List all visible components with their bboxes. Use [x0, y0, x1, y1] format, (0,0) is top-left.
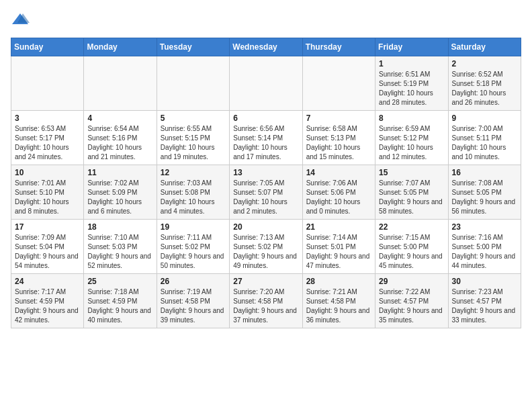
- day-info: Sunrise: 6:58 AM Sunset: 5:13 PM Dayligh…: [306, 124, 371, 162]
- calendar-cell: 27Sunrise: 7:20 AM Sunset: 4:58 PM Dayli…: [230, 274, 302, 328]
- day-info: Sunrise: 7:21 AM Sunset: 4:58 PM Dayligh…: [306, 287, 371, 325]
- day-info: Sunrise: 7:16 AM Sunset: 5:00 PM Dayligh…: [452, 233, 517, 271]
- day-number: 28: [306, 277, 371, 286]
- day-number: 20: [233, 222, 298, 232]
- day-number: 23: [452, 222, 517, 232]
- calendar-cell: 1Sunrise: 6:51 AM Sunset: 5:19 PM Daylig…: [375, 56, 448, 111]
- calendar-cell: 4Sunrise: 6:54 AM Sunset: 5:16 PM Daylig…: [84, 111, 157, 165]
- weekday-header-tuesday: Tuesday: [157, 38, 229, 56]
- day-info: Sunrise: 7:00 AM Sunset: 5:11 PM Dayligh…: [452, 124, 517, 162]
- calendar-cell: 29Sunrise: 7:22 AM Sunset: 4:57 PM Dayli…: [375, 274, 448, 328]
- day-info: Sunrise: 7:07 AM Sunset: 5:05 PM Dayligh…: [379, 179, 444, 216]
- day-info: Sunrise: 7:23 AM Sunset: 4:57 PM Dayligh…: [452, 287, 517, 325]
- day-info: Sunrise: 6:59 AM Sunset: 5:12 PM Dayligh…: [379, 124, 444, 162]
- calendar-cell: 24Sunrise: 7:17 AM Sunset: 4:59 PM Dayli…: [11, 274, 84, 328]
- day-info: Sunrise: 7:06 AM Sunset: 5:06 PM Dayligh…: [306, 179, 371, 216]
- calendar-week-2: 3Sunrise: 6:53 AM Sunset: 5:17 PM Daylig…: [11, 111, 521, 165]
- day-number: 6: [233, 113, 298, 123]
- calendar-cell: 20Sunrise: 7:13 AM Sunset: 5:02 PM Dayli…: [230, 220, 302, 274]
- day-info: Sunrise: 7:11 AM Sunset: 5:02 PM Dayligh…: [161, 233, 226, 271]
- day-info: Sunrise: 7:17 AM Sunset: 4:59 PM Dayligh…: [15, 287, 80, 325]
- calendar-cell: [84, 56, 157, 111]
- day-number: 13: [233, 168, 298, 177]
- page-header: [11, 11, 521, 30]
- calendar-cell: 22Sunrise: 7:15 AM Sunset: 5:00 PM Dayli…: [375, 220, 448, 274]
- weekday-header-friday: Friday: [375, 38, 448, 56]
- weekday-header-sunday: Sunday: [11, 38, 84, 56]
- weekday-header-wednesday: Wednesday: [230, 38, 302, 56]
- day-number: 27: [233, 277, 298, 286]
- calendar-cell: [230, 56, 302, 111]
- weekday-header-monday: Monday: [84, 38, 157, 56]
- calendar-cell: 12Sunrise: 7:03 AM Sunset: 5:08 PM Dayli…: [157, 165, 229, 220]
- day-info: Sunrise: 7:10 AM Sunset: 5:03 PM Dayligh…: [87, 233, 152, 271]
- calendar-cell: [302, 56, 375, 111]
- day-info: Sunrise: 7:09 AM Sunset: 5:04 PM Dayligh…: [15, 233, 80, 271]
- day-number: 17: [15, 222, 80, 232]
- calendar-cell: 6Sunrise: 6:56 AM Sunset: 5:14 PM Daylig…: [230, 111, 302, 165]
- calendar-cell: 18Sunrise: 7:10 AM Sunset: 5:03 PM Dayli…: [84, 220, 157, 274]
- day-number: 16: [452, 168, 517, 177]
- day-number: 21: [306, 222, 371, 232]
- day-info: Sunrise: 7:08 AM Sunset: 5:05 PM Dayligh…: [452, 179, 517, 216]
- day-info: Sunrise: 7:14 AM Sunset: 5:01 PM Dayligh…: [306, 233, 371, 271]
- calendar-cell: 11Sunrise: 7:02 AM Sunset: 5:09 PM Dayli…: [84, 165, 157, 220]
- weekday-header-saturday: Saturday: [448, 38, 521, 56]
- calendar-cell: 5Sunrise: 6:55 AM Sunset: 5:15 PM Daylig…: [157, 111, 229, 165]
- day-number: 22: [379, 222, 444, 232]
- day-number: 9: [452, 113, 517, 123]
- day-info: Sunrise: 7:13 AM Sunset: 5:02 PM Dayligh…: [233, 233, 298, 271]
- day-number: 10: [15, 168, 80, 177]
- calendar-cell: 23Sunrise: 7:16 AM Sunset: 5:00 PM Dayli…: [448, 220, 521, 274]
- calendar-cell: 7Sunrise: 6:58 AM Sunset: 5:13 PM Daylig…: [302, 111, 375, 165]
- day-number: 11: [87, 168, 152, 177]
- calendar-cell: 2Sunrise: 6:52 AM Sunset: 5:18 PM Daylig…: [448, 56, 521, 111]
- day-number: 26: [161, 277, 226, 286]
- day-number: 24: [15, 277, 80, 286]
- day-info: Sunrise: 7:20 AM Sunset: 4:58 PM Dayligh…: [233, 287, 298, 325]
- calendar-week-5: 24Sunrise: 7:17 AM Sunset: 4:59 PM Dayli…: [11, 274, 521, 328]
- calendar-cell: 9Sunrise: 7:00 AM Sunset: 5:11 PM Daylig…: [448, 111, 521, 165]
- day-info: Sunrise: 7:05 AM Sunset: 5:07 PM Dayligh…: [233, 179, 298, 216]
- calendar-cell: 26Sunrise: 7:19 AM Sunset: 4:58 PM Dayli…: [157, 274, 229, 328]
- calendar-cell: [11, 56, 84, 111]
- day-number: 25: [87, 277, 152, 286]
- day-number: 1: [379, 59, 444, 68]
- calendar-cell: 30Sunrise: 7:23 AM Sunset: 4:57 PM Dayli…: [448, 274, 521, 328]
- weekday-header-row: SundayMondayTuesdayWednesdayThursdayFrid…: [11, 38, 521, 56]
- logo: [11, 11, 32, 30]
- day-info: Sunrise: 7:18 AM Sunset: 4:59 PM Dayligh…: [87, 287, 152, 325]
- calendar-cell: 17Sunrise: 7:09 AM Sunset: 5:04 PM Dayli…: [11, 220, 84, 274]
- day-info: Sunrise: 6:53 AM Sunset: 5:17 PM Dayligh…: [15, 124, 80, 162]
- day-number: 12: [161, 168, 226, 177]
- calendar-cell: 13Sunrise: 7:05 AM Sunset: 5:07 PM Dayli…: [230, 165, 302, 220]
- calendar-cell: 16Sunrise: 7:08 AM Sunset: 5:05 PM Dayli…: [448, 165, 521, 220]
- calendar-cell: [157, 56, 229, 111]
- day-number: 29: [379, 277, 444, 286]
- day-number: 5: [161, 113, 226, 123]
- day-info: Sunrise: 6:56 AM Sunset: 5:14 PM Dayligh…: [233, 124, 298, 162]
- calendar-cell: 8Sunrise: 6:59 AM Sunset: 5:12 PM Daylig…: [375, 111, 448, 165]
- day-number: 14: [306, 168, 371, 177]
- calendar-table: SundayMondayTuesdayWednesdayThursdayFrid…: [11, 38, 521, 328]
- calendar-cell: 25Sunrise: 7:18 AM Sunset: 4:59 PM Dayli…: [84, 274, 157, 328]
- calendar-cell: 10Sunrise: 7:01 AM Sunset: 5:10 PM Dayli…: [11, 165, 84, 220]
- day-info: Sunrise: 7:19 AM Sunset: 4:58 PM Dayligh…: [161, 287, 226, 325]
- weekday-header-thursday: Thursday: [302, 38, 375, 56]
- logo-icon: [11, 11, 30, 30]
- day-number: 30: [452, 277, 517, 286]
- calendar-cell: 3Sunrise: 6:53 AM Sunset: 5:17 PM Daylig…: [11, 111, 84, 165]
- day-info: Sunrise: 6:52 AM Sunset: 5:18 PM Dayligh…: [452, 70, 517, 107]
- day-info: Sunrise: 7:02 AM Sunset: 5:09 PM Dayligh…: [87, 179, 152, 216]
- calendar-week-4: 17Sunrise: 7:09 AM Sunset: 5:04 PM Dayli…: [11, 220, 521, 274]
- calendar-week-1: 1Sunrise: 6:51 AM Sunset: 5:19 PM Daylig…: [11, 56, 521, 111]
- day-info: Sunrise: 6:55 AM Sunset: 5:15 PM Dayligh…: [161, 124, 226, 162]
- calendar-cell: 19Sunrise: 7:11 AM Sunset: 5:02 PM Dayli…: [157, 220, 229, 274]
- calendar-cell: 21Sunrise: 7:14 AM Sunset: 5:01 PM Dayli…: [302, 220, 375, 274]
- day-number: 4: [87, 113, 152, 123]
- day-number: 19: [161, 222, 226, 232]
- day-number: 18: [87, 222, 152, 232]
- calendar-cell: 28Sunrise: 7:21 AM Sunset: 4:58 PM Dayli…: [302, 274, 375, 328]
- day-info: Sunrise: 6:51 AM Sunset: 5:19 PM Dayligh…: [379, 70, 444, 107]
- day-info: Sunrise: 7:03 AM Sunset: 5:08 PM Dayligh…: [161, 179, 226, 216]
